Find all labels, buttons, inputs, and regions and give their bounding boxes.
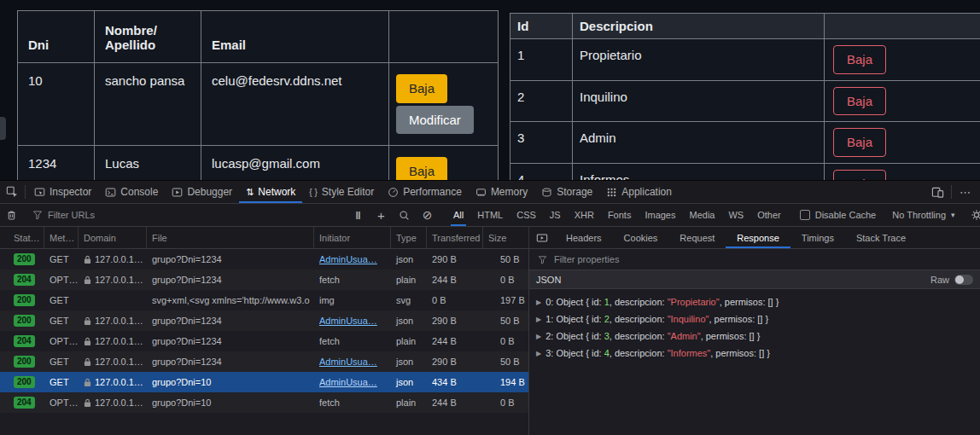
filter-type-media[interactable]: Media — [683, 204, 720, 226]
toolbar-right: ⋯ — [926, 181, 980, 203]
baja-button[interactable]: Baja — [833, 45, 886, 74]
expand-arrow-icon[interactable]: ▶ — [536, 333, 541, 340]
json-node[interactable]: ▶ 0: Object { id: 1, descripcion: "Propi… — [529, 293, 980, 310]
filter-urls-input[interactable] — [46, 209, 347, 221]
baja-button[interactable]: Baja — [396, 74, 447, 103]
tab-debugger[interactable]: Debugger — [165, 181, 239, 203]
request-row[interactable]: 200 GET svg+xml,<svg xmlns='http://www.w… — [0, 290, 528, 310]
column-header-status[interactable]: Stat… — [0, 227, 44, 248]
pick-element-button[interactable] — [0, 181, 23, 203]
raw-toggle[interactable] — [954, 275, 973, 285]
responsive-design-icon — [931, 186, 944, 199]
filter-type-ws[interactable]: WS — [722, 204, 750, 226]
expand-arrow-icon[interactable]: ▶ — [536, 316, 541, 323]
clear-requests-button[interactable] — [0, 210, 23, 221]
tab-inspector[interactable]: Inspector — [27, 181, 98, 203]
expand-arrow-icon[interactable]: ▶ — [536, 299, 541, 306]
tab-performance[interactable]: Performance — [381, 181, 469, 203]
request-row-selected[interactable]: 200 GET 127.0.0.1… grupo?Dni=10 AdminUsu… — [0, 372, 528, 392]
column-header-size[interactable]: Size — [483, 227, 529, 248]
pick-element-icon — [6, 186, 18, 198]
users-table: Dni Nombre/ Apellido Email 10 sancho pan… — [17, 10, 499, 180]
divider — [951, 185, 952, 199]
filter-type-xhr[interactable]: XHR — [569, 204, 600, 226]
groups-col-id: Id — [510, 14, 573, 39]
type: plain — [396, 275, 416, 285]
column-header-domain[interactable]: Domain — [79, 227, 147, 248]
responsive-design-button[interactable] — [926, 181, 949, 203]
tab-console[interactable]: Console — [98, 181, 165, 203]
meatball-menu-button[interactable]: ⋯ — [954, 181, 977, 203]
filter-type-all[interactable]: All — [447, 204, 470, 226]
filter-type-css[interactable]: CSS — [510, 204, 542, 226]
tab-label: Inspector — [50, 186, 91, 198]
baja-button[interactable]: Baja — [833, 170, 886, 181]
application-icon — [606, 187, 617, 198]
tab-headers[interactable]: Headers — [555, 227, 613, 248]
json-node-text: 3: Object { id: 4, descripcion: "Informe… — [545, 348, 770, 358]
tab-cookies[interactable]: Cookies — [613, 227, 669, 248]
json-node[interactable]: ▶ 3: Object { id: 4, descripcion: "Infor… — [529, 345, 980, 362]
baja-button[interactable]: Baja — [833, 87, 886, 116]
block-button[interactable]: ⊘ — [416, 208, 439, 222]
request-row[interactable]: 200 GET 127.0.0.1… grupo?Dni=1234 AdminU… — [0, 310, 528, 331]
tab-timings[interactable]: Timings — [790, 227, 845, 248]
transferred: 290 B — [432, 254, 457, 264]
initiator-link[interactable]: AdminUsua… — [319, 357, 377, 367]
initiator-link[interactable]: AdminUsua… — [319, 316, 377, 326]
add-request-button[interactable]: + — [370, 208, 393, 223]
column-header-file[interactable]: File — [147, 227, 314, 248]
edge-handle[interactable] — [0, 117, 6, 140]
tab-request[interactable]: Request — [668, 227, 726, 248]
user-nombre: Lucas — [105, 156, 139, 171]
tab-response[interactable]: Response — [726, 227, 790, 248]
initiator-link[interactable]: AdminUsua… — [319, 254, 377, 264]
request-row[interactable]: 200 GET 127.0.0.1… grupo?Dni=1234 AdminU… — [0, 249, 528, 270]
json-node[interactable]: ▶ 2: Object { id: 3, descripcion: "Admin… — [529, 328, 980, 345]
filter-type-js[interactable]: JS — [544, 204, 567, 226]
column-header-initiator[interactable]: Initiator — [314, 227, 391, 248]
modificar-button[interactable]: Modificar — [396, 106, 474, 135]
groups-table: Id Descripcion 1 Propietario Baja 2 Inqu… — [510, 13, 980, 180]
style-editor-icon: { } — [309, 188, 317, 197]
filter-type-other[interactable]: Other — [751, 204, 787, 226]
request-row[interactable]: 204 OPT… 127.0.0.1… grupo?Dni=10 fetch p… — [0, 392, 528, 413]
column-header-transferred[interactable]: Transferred — [427, 227, 483, 248]
group-descripcion: Informes — [580, 172, 629, 181]
tab-memory[interactable]: Memory — [469, 181, 534, 203]
tab-style-editor[interactable]: { } Style Editor — [302, 181, 381, 203]
settings-gear-button[interactable] — [965, 209, 980, 221]
domain: 127.0.0.1… — [95, 316, 143, 326]
domain: 127.0.0.1… — [95, 377, 143, 387]
baja-button[interactable]: Baja — [396, 157, 447, 180]
column-header-method[interactable]: Met… — [44, 227, 79, 248]
inspector-icon — [34, 187, 45, 198]
baja-button[interactable]: Baja — [833, 128, 886, 157]
column-header-type[interactable]: Type — [391, 227, 427, 248]
request-details-pane: Headers Cookies Request Response Timings… — [529, 227, 980, 435]
initiator-link[interactable]: AdminUsua… — [319, 377, 377, 387]
tab-stack-trace[interactable]: Stack Trace — [845, 227, 917, 248]
filter-properties-input[interactable] — [552, 253, 723, 265]
filter-type-html[interactable]: HTML — [471, 204, 509, 226]
throttling-dropdown[interactable]: No Throttling ▾ — [886, 208, 960, 222]
filter-type-fonts[interactable]: Fonts — [602, 204, 638, 226]
disable-cache-checkbox[interactable] — [800, 210, 810, 220]
json-node[interactable]: ▶ 1: Object { id: 2, descripcion: "Inqui… — [529, 310, 980, 328]
tab-network[interactable]: ⇅ Network — [239, 181, 302, 203]
search-button[interactable] — [393, 210, 416, 221]
type: json — [396, 357, 413, 367]
expand-arrow-icon[interactable]: ▶ — [536, 350, 541, 357]
disable-cache-label[interactable]: Disable Cache — [815, 210, 877, 220]
size: 50 B — [500, 254, 520, 264]
filter-type-images[interactable]: Images — [639, 204, 681, 226]
transferred: 244 B — [432, 336, 457, 346]
tab-storage[interactable]: Storage — [534, 181, 599, 203]
request-row[interactable]: 200 GET 127.0.0.1… grupo?Dni=1234 AdminU… — [0, 351, 528, 372]
request-row[interactable]: 204 OPT… 127.0.0.1… grupo?Dni=1234 fetch… — [0, 270, 528, 290]
pause-button[interactable]: ‖ — [347, 209, 370, 222]
tab-application[interactable]: Application — [599, 181, 679, 203]
details-pane-toggle-button[interactable] — [529, 227, 555, 248]
page-content: Dni Nombre/ Apellido Email 10 sancho pan… — [0, 0, 980, 180]
request-row[interactable]: 204 OPT… 127.0.0.1… grupo?Dni=1234 fetch… — [0, 331, 528, 351]
